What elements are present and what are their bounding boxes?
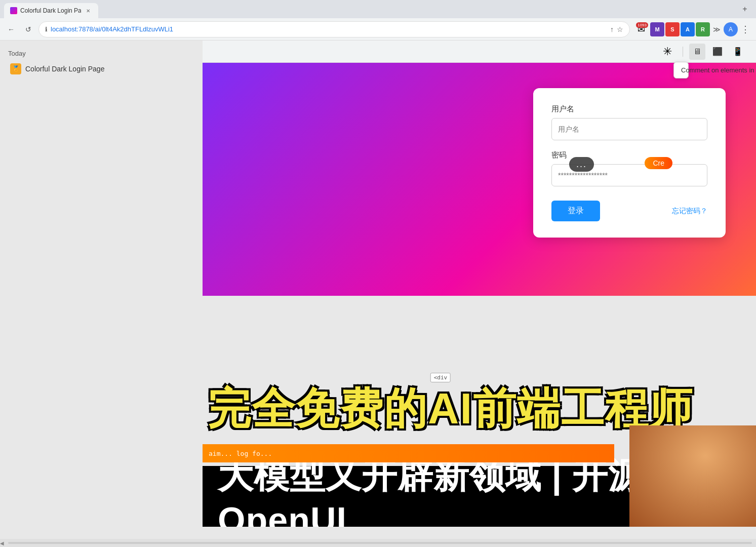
tab-close-icon[interactable]: ✕ <box>84 7 92 15</box>
mobile-view-button[interactable]: 📱 <box>730 44 746 60</box>
address-text: localhost:7878/ai/0lt4Ak2dhTFLdlzuvWLi1 <box>51 25 607 33</box>
browser-chrome: Colorful Dark Login Page ✕ + ← ↺ ℹ local… <box>0 0 756 41</box>
sidebar-section-today: Today <box>5 46 197 59</box>
address-bar[interactable]: ℹ localhost:7878/ai/0lt4Ak2dhTFLdlzuvWLi… <box>38 21 630 37</box>
ext1[interactable]: M <box>650 22 664 36</box>
more-btn[interactable]: ... <box>569 157 594 172</box>
device-separator <box>683 47 683 57</box>
browser-tab[interactable]: Colorful Dark Login Page ✕ <box>4 3 98 18</box>
login-button[interactable]: 登录 <box>551 201 600 221</box>
ext2[interactable]: S <box>665 22 680 36</box>
lock-icon: ℹ <box>45 26 48 33</box>
orange-bar-text: aim... log fo... <box>209 450 272 457</box>
login-actions: 登录 忘记密码？ <box>551 201 707 221</box>
username-input[interactable] <box>551 118 707 140</box>
extensions-more[interactable]: ≫ <box>711 25 723 33</box>
person-thumbnail <box>629 425 756 527</box>
div-tag-indicator: <div <box>430 373 451 382</box>
sidebar-item-icon: 🏅 <box>10 63 21 74</box>
share-icon[interactable]: ↑ <box>610 25 614 33</box>
cre-btn[interactable]: Cre <box>645 157 672 169</box>
browser-toolbar: ← ↺ ℹ localhost:7878/ai/0lt4Ak2dhTFLdlzu… <box>0 18 756 41</box>
sidebar: Today 🏅 Colorful Dark Login Page <box>0 41 203 527</box>
bookmark-icon[interactable]: ☆ <box>617 25 623 33</box>
forgot-password-link[interactable]: 忘记密码？ <box>672 207 707 216</box>
more-options-icon[interactable]: ⋮ <box>739 24 752 35</box>
tab-bar: Colorful Dark Login Page ✕ + <box>0 0 756 18</box>
email-badge: 1093 <box>636 22 648 28</box>
ext4[interactable]: R <box>696 22 710 36</box>
username-label: 用户名 <box>551 104 707 114</box>
toolbar-actions: ✉ 1093 M S A R ≫ A ⋮ <box>633 21 752 37</box>
email-extension-icon[interactable]: ✉ 1093 <box>633 21 649 37</box>
scroll-indicator[interactable]: ◀ <box>0 539 756 547</box>
main-layout: Today 🏅 Colorful Dark Login Page ✳ Comme… <box>0 41 756 527</box>
tab-favicon <box>10 7 17 14</box>
annotation-tool[interactable]: ✳ Comment on elements in the HTML <box>658 43 677 61</box>
desktop-view-button[interactable]: 🖥 <box>689 44 705 60</box>
refresh-button[interactable]: ↺ <box>21 22 35 36</box>
ext3[interactable]: A <box>681 22 695 36</box>
annotation-tooltip: Comment on elements in the HTML <box>673 62 689 79</box>
preview-toolbar: ✳ Comment on elements in the HTML 🖥 ⬛ 📱 <box>203 41 756 63</box>
profile-icon[interactable]: A <box>724 22 738 36</box>
sidebar-item-colorful-login[interactable]: 🏅 Colorful Dark Login Page <box>5 59 197 79</box>
content-area: ✳ Comment on elements in the HTML 🖥 ⬛ 📱 … <box>203 41 756 527</box>
login-card: 用户名 密码 登录 忘记密码？ <box>533 88 726 238</box>
back-button[interactable]: ← <box>4 22 18 36</box>
tablet-view-button[interactable]: ⬛ <box>709 44 726 60</box>
tab-title: Colorful Dark Login Page <box>20 7 81 14</box>
orange-bar: aim... log fo... <box>203 444 614 462</box>
new-tab-icon[interactable]: + <box>738 2 752 16</box>
big-chinese-text: 完全免费的AI前端工程师 <box>203 385 693 430</box>
sidebar-item-label: Colorful Dark Login Page <box>25 65 104 73</box>
